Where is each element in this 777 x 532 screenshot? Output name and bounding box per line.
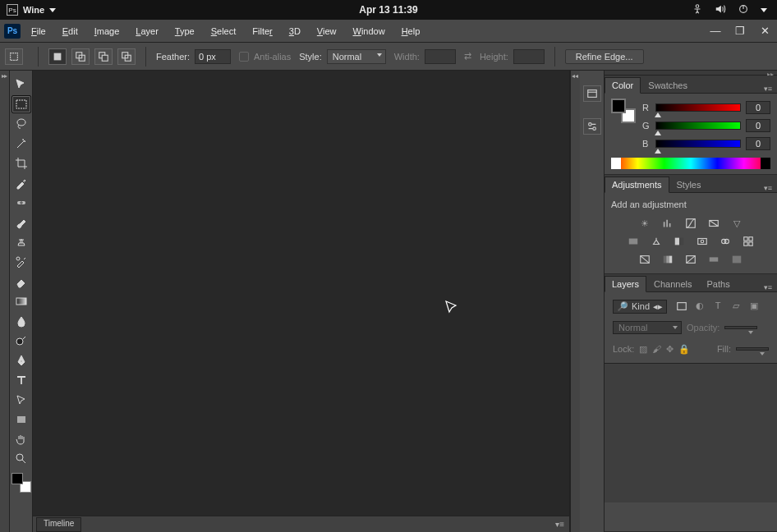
hue-saturation-icon[interactable] [626, 235, 641, 248]
r-value[interactable]: 0 [746, 101, 770, 114]
lock-transparency-icon[interactable]: ▨ [639, 344, 647, 355]
color-lookup-icon[interactable] [741, 235, 756, 248]
healing-brush-tool[interactable] [11, 194, 31, 212]
invert-icon[interactable] [637, 253, 652, 266]
crop-tool[interactable] [11, 154, 31, 172]
color-swatch[interactable] [611, 99, 636, 123]
brush-tool[interactable] [11, 213, 31, 232]
black-white-icon[interactable] [672, 235, 687, 248]
layer-filter-kind[interactable]: 🔎 Kind ◂▸ [613, 300, 667, 314]
filter-adjustment-icon[interactable]: ◐ [693, 300, 706, 312]
tab-swatches[interactable]: Swatches [641, 77, 695, 93]
path-selection-tool[interactable] [11, 391, 31, 409]
gradient-map-icon[interactable] [706, 253, 721, 266]
brightness-contrast-icon[interactable]: ☀ [637, 217, 652, 230]
timeline-menu-icon[interactable]: ▾≡ [555, 520, 564, 529]
r-slider[interactable] [655, 103, 741, 112]
menu-help[interactable]: Help [395, 23, 427, 39]
filter-pixel-icon[interactable] [675, 300, 688, 312]
exposure-icon[interactable] [706, 217, 721, 230]
right-dock-strip[interactable]: ◂◂ [570, 71, 580, 532]
eyedropper-tool[interactable] [11, 174, 31, 192]
refine-edge-button[interactable]: Refine Edge... [565, 49, 644, 64]
adjustments-panel-menu-icon[interactable]: ▾≡ [759, 184, 777, 192]
b-value[interactable]: 0 [746, 137, 770, 150]
swap-dimensions-icon[interactable]: ⇄ [464, 51, 471, 62]
menu-file[interactable]: File [25, 23, 53, 39]
color-balance-icon[interactable] [649, 235, 664, 248]
fill-input[interactable] [736, 347, 769, 351]
os-clock[interactable]: Apr 13 11:39 [359, 4, 417, 16]
history-panel-icon[interactable] [583, 85, 601, 102]
menu-select[interactable]: Select [205, 23, 243, 39]
system-menu-dropdown-icon[interactable] [761, 8, 767, 12]
maximize-button[interactable]: ❐ [728, 23, 752, 39]
filter-smart-icon[interactable]: ▣ [747, 300, 761, 312]
minimize-button[interactable]: — [703, 23, 728, 39]
close-button[interactable]: ✕ [752, 23, 777, 39]
tab-styles[interactable]: Styles [669, 177, 709, 192]
filter-shape-icon[interactable]: ▱ [729, 300, 743, 312]
power-icon[interactable] [738, 3, 749, 16]
tab-paths[interactable]: Paths [700, 276, 738, 291]
rectangular-marquee-tool[interactable] [11, 95, 31, 113]
g-slider[interactable] [655, 122, 741, 130]
levels-icon[interactable] [660, 217, 675, 230]
menu-layer[interactable]: Layer [129, 23, 165, 39]
selective-color-icon[interactable] [729, 253, 744, 266]
tab-color[interactable]: Color [605, 77, 641, 94]
tab-channels[interactable]: Channels [646, 276, 699, 291]
add-selection-button[interactable] [71, 48, 90, 65]
threshold-icon[interactable] [683, 253, 698, 266]
volume-icon[interactable] [715, 3, 726, 16]
layers-panel-menu-icon[interactable]: ▾≡ [759, 283, 777, 291]
magic-wand-tool[interactable] [11, 135, 31, 153]
history-brush-tool[interactable] [11, 253, 31, 271]
menu-edit[interactable]: Edit [56, 23, 85, 39]
color-ramp[interactable] [611, 158, 770, 169]
rectangle-tool[interactable] [11, 410, 31, 429]
style-select[interactable]: Normal [327, 49, 386, 64]
curves-icon[interactable] [683, 217, 698, 230]
photoshop-logo[interactable]: Ps [0, 24, 25, 39]
g-value[interactable]: 0 [746, 119, 770, 132]
clone-stamp-tool[interactable] [11, 233, 31, 251]
subtract-selection-button[interactable] [94, 48, 113, 65]
tab-layers[interactable]: Layers [605, 276, 646, 292]
channel-mixer-icon[interactable] [718, 235, 733, 248]
photo-filter-icon[interactable] [695, 235, 710, 248]
feather-input[interactable]: 0 px [195, 49, 231, 64]
width-input[interactable] [425, 49, 456, 64]
menu-3d[interactable]: 3D [283, 23, 307, 39]
properties-panel-icon[interactable] [583, 118, 601, 135]
eraser-tool[interactable] [11, 273, 31, 291]
lock-position-icon[interactable]: ✥ [666, 344, 674, 355]
tab-adjustments[interactable]: Adjustments [605, 177, 669, 193]
posterize-icon[interactable] [660, 253, 675, 266]
foreground-background-color[interactable] [11, 473, 31, 493]
canvas-area[interactable]: Timeline ▾≡ [33, 71, 570, 532]
menu-filter[interactable]: Filter [246, 23, 278, 39]
timeline-tab[interactable]: Timeline [36, 517, 81, 532]
zoom-tool[interactable] [11, 450, 31, 468]
app-menu-dropdown-icon[interactable] [49, 8, 56, 12]
color-panel-menu-icon[interactable]: ▾≡ [759, 85, 777, 93]
menu-image[interactable]: Image [88, 23, 126, 39]
height-input[interactable] [513, 49, 545, 64]
dodge-tool[interactable] [11, 332, 31, 350]
lock-pixels-icon[interactable]: 🖌 [652, 344, 661, 354]
b-slider[interactable] [655, 140, 741, 148]
hand-tool[interactable] [11, 430, 31, 448]
accessibility-icon[interactable] [692, 3, 703, 16]
blur-tool[interactable] [11, 312, 31, 330]
gradient-tool[interactable] [11, 292, 31, 310]
opacity-input[interactable] [724, 326, 757, 329]
vibrance-icon[interactable]: ▽ [729, 217, 744, 230]
type-tool[interactable] [11, 371, 31, 389]
os-app-name[interactable]: Wine [23, 5, 44, 15]
menu-window[interactable]: Window [347, 23, 392, 39]
move-tool[interactable] [11, 76, 31, 94]
antialias-checkbox[interactable] [239, 52, 249, 62]
lock-all-icon[interactable]: 🔒 [678, 344, 690, 355]
intersect-selection-button[interactable] [117, 48, 136, 65]
